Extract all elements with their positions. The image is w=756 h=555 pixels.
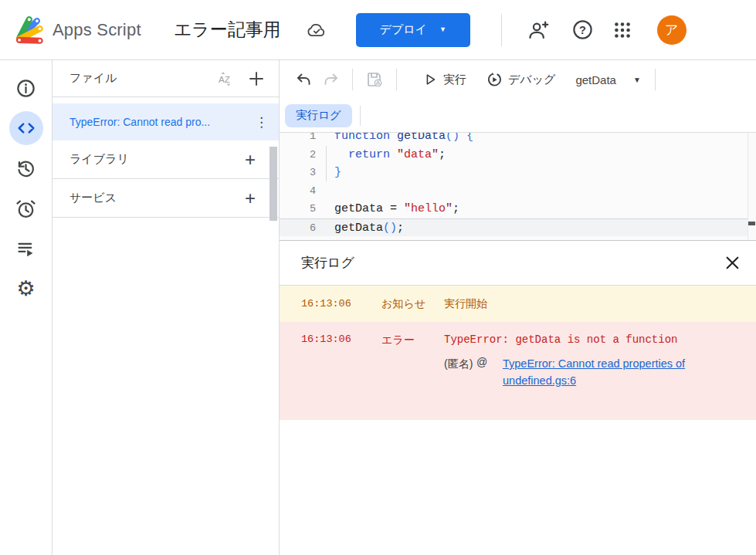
toolbar-divider (655, 69, 656, 90)
save-button[interactable] (362, 67, 387, 92)
nav-settings-button[interactable]: ⚙ (9, 272, 43, 306)
file-panel-header: ファイル AZ (53, 60, 279, 97)
help-button[interactable]: ? (568, 15, 597, 44)
code-token: " (404, 202, 411, 215)
code-line[interactable]: 5getData = "hello"; (280, 200, 756, 218)
line-number: 4 (280, 182, 316, 201)
line-number: 2 (280, 146, 316, 164)
gear-icon: ⚙ (16, 279, 35, 299)
run-play-icon (423, 73, 437, 86)
code-line[interactable]: 3} (280, 164, 756, 182)
header-divider (501, 14, 502, 46)
code-line[interactable]: 2 return "data"; (280, 146, 756, 164)
toolbar-divider (352, 69, 353, 90)
deploy-button[interactable]: デプロイ ▼ (356, 13, 470, 47)
function-selector-value: getData (575, 73, 616, 86)
code-lines: 1function getData() {2 return "data";3}4… (280, 133, 756, 236)
log-rows: 16:13:06お知らせ実行開始16:13:06エラーTypeError: ge… (280, 286, 756, 420)
nav-overview-button[interactable] (9, 71, 43, 105)
project-title[interactable]: エラー記事用 (174, 18, 281, 42)
google-apps-button[interactable] (609, 17, 636, 43)
services-section[interactable]: サービス + (53, 179, 279, 218)
tab-divider (360, 106, 361, 126)
libraries-section[interactable]: ライブラリ + (53, 140, 279, 179)
code-text: } (316, 164, 341, 182)
code-text (316, 182, 334, 201)
log-error-message: TypeError: getData is not a function (444, 333, 741, 346)
undo-button[interactable] (292, 69, 315, 90)
caret-down-icon: ▼ (633, 76, 641, 84)
nav-triggers-button[interactable] (9, 191, 43, 225)
account-avatar[interactable]: ア (657, 15, 687, 45)
log-row: 16:13:06お知らせ実行開始 (280, 286, 756, 322)
redo-button[interactable] (320, 69, 343, 90)
execution-log-header: 実行ログ (280, 241, 756, 286)
sort-files-button[interactable]: AZ (215, 69, 237, 89)
app-header: Apps Script エラー記事用 デプロイ ▼ ? ア (0, 0, 756, 60)
nav-project-history-button[interactable] (9, 151, 43, 185)
code-token: getData (334, 222, 383, 235)
anonymous-label: (匿名) (444, 356, 473, 373)
editor-scrollbar[interactable] (748, 133, 756, 240)
code-token: " (397, 148, 404, 161)
code-token: } (334, 166, 341, 179)
file-overflow-menu-button[interactable]: ⋮ (255, 116, 268, 129)
svg-text:AZ: AZ (219, 74, 230, 83)
toolbar-divider (396, 69, 397, 90)
close-log-button[interactable] (721, 252, 744, 274)
execution-log-tab-label: 実行ログ (296, 108, 341, 123)
file-panel-title: ファイル (69, 71, 117, 86)
code-line[interactable]: 1function getData() { (280, 133, 756, 146)
code-text: return "data"; (316, 146, 446, 164)
line-number: 3 (280, 164, 316, 182)
info-icon (15, 78, 36, 99)
function-selector-dropdown[interactable]: getData ▼ (575, 73, 640, 86)
code-token: return (348, 148, 390, 161)
log-message: 実行開始 (444, 297, 741, 311)
code-token (334, 148, 348, 161)
code-text: function getData() { (316, 133, 473, 146)
add-file-button[interactable] (246, 69, 266, 89)
log-type-label: エラー (381, 333, 444, 347)
save-status-cloud-icon (306, 22, 327, 39)
code-token: getData = (334, 202, 404, 215)
caret-down-icon: ▼ (439, 26, 446, 33)
execution-log-tab[interactable]: 実行ログ (285, 104, 352, 127)
code-text: getData(); (316, 219, 404, 237)
add-service-button[interactable]: + (245, 189, 256, 208)
debug-icon (486, 72, 502, 87)
apps-script-logo-icon[interactable] (11, 13, 45, 47)
editor-scrollbar-thumb[interactable] (748, 222, 755, 225)
stack-trace-link[interactable]: TypeError: Cannot read properties of und… (503, 356, 700, 390)
nav-editor-button[interactable] (9, 111, 43, 145)
file-panel-scrollbar[interactable] (270, 147, 277, 221)
code-icon (16, 118, 36, 138)
add-collaborator-button[interactable] (524, 17, 553, 43)
alarm-clock-icon (15, 198, 36, 219)
undo-icon (295, 72, 312, 87)
code-token: getData (397, 133, 446, 143)
debug-button[interactable]: デバッグ (483, 69, 558, 90)
debug-label: デバッグ (508, 73, 555, 87)
help-icon: ? (571, 19, 594, 41)
add-library-button[interactable]: + (245, 151, 256, 169)
product-name[interactable]: Apps Script (53, 20, 141, 40)
run-button[interactable]: 実行 (420, 69, 470, 90)
file-item-selected[interactable]: TypeError: Cannot read pro... ⋮ (53, 103, 279, 140)
nav-executions-button[interactable] (9, 232, 43, 266)
executions-list-icon (15, 239, 36, 259)
code-token: data (404, 148, 432, 161)
code-token (459, 133, 466, 143)
log-time: 16:13:06 (301, 298, 381, 310)
log-error-detail: (匿名)@TypeError: Cannot read properties o… (444, 356, 741, 390)
code-line[interactable]: 4 (280, 182, 756, 201)
deploy-button-label: デプロイ (380, 22, 427, 37)
main-content: ⚙ ファイル AZ Ty (0, 60, 756, 555)
code-token: function (334, 133, 397, 143)
code-editor[interactable]: 1function getData() {2 return "data";3}4… (280, 133, 756, 241)
overflow-menu-icon: ⋮ (255, 115, 268, 130)
indent-guide (326, 146, 327, 181)
log-time: 16:13:06 (301, 333, 381, 345)
libraries-label: ライブラリ (69, 152, 129, 167)
code-line[interactable]: 6getData(); (280, 218, 756, 237)
